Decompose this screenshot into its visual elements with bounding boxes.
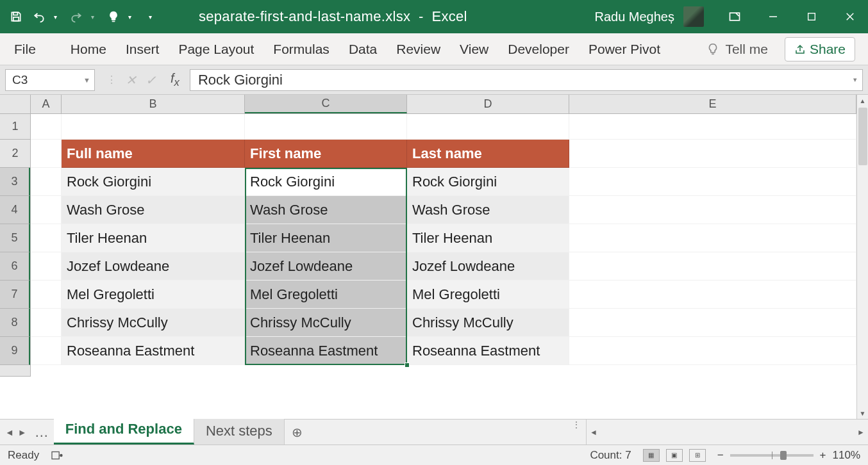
cell[interactable]: Wash Grose: [245, 196, 407, 224]
cell[interactable]: Tiler Heenan: [407, 224, 569, 252]
tab-review[interactable]: Review: [395, 38, 442, 61]
tab-home[interactable]: Home: [69, 38, 108, 61]
spreadsheet-grid[interactable]: A B C D E 1 2 3 4 5 6 7 8 9 Full name Fi…: [0, 95, 868, 419]
col-header-c[interactable]: C: [245, 95, 407, 113]
macro-record-icon[interactable]: [51, 450, 63, 461]
tab-split-handle[interactable]: ⋮: [567, 420, 586, 445]
lightbulb-icon[interactable]: [105, 8, 122, 25]
redo-icon[interactable]: [68, 8, 85, 25]
redo-dropdown-icon[interactable]: ▾: [91, 13, 99, 20]
ribbon-display-icon[interactable]: [724, 6, 745, 27]
share-button[interactable]: Share: [785, 37, 855, 61]
formula-expand-dd-icon[interactable]: ▾: [853, 76, 857, 84]
sheet-tab[interactable]: Next steps: [194, 418, 285, 445]
row-header-3[interactable]: 3: [0, 168, 30, 196]
row-header-1[interactable]: 1: [0, 114, 30, 140]
scroll-thumb[interactable]: [858, 108, 867, 165]
maximize-button[interactable]: [801, 6, 822, 27]
view-normal-icon[interactable]: ▦: [643, 449, 660, 462]
cell[interactable]: Chrissy McCully: [245, 309, 407, 337]
tab-power-pivot[interactable]: Power Pivot: [587, 38, 662, 61]
tab-nav-next-icon[interactable]: ►: [18, 427, 27, 437]
tell-me-search[interactable]: Tell me: [706, 42, 768, 57]
col-header-d[interactable]: D: [407, 95, 569, 113]
zoom-in-icon[interactable]: +: [820, 449, 826, 462]
undo-icon[interactable]: [31, 8, 47, 25]
cell[interactable]: Jozef Lowdeane: [245, 252, 407, 281]
tab-nav-prev-icon[interactable]: ◄: [5, 427, 14, 437]
view-page-break-icon[interactable]: ⊞: [689, 449, 706, 462]
scroll-right-icon[interactable]: ►: [854, 420, 868, 445]
cell[interactable]: Mel Gregoletti: [245, 281, 407, 309]
zoom-slider[interactable]: [730, 454, 814, 457]
cells-area[interactable]: Full name First name Last name Rock Gior…: [31, 114, 856, 419]
tab-file[interactable]: File: [13, 38, 37, 61]
cell[interactable]: Mel Gregoletti: [62, 281, 245, 309]
zoom-control[interactable]: − + 110%: [717, 449, 860, 462]
cell[interactable]: Wash Grose: [62, 196, 245, 224]
tab-nav-ellipsis[interactable]: …: [35, 424, 49, 441]
row-header-5[interactable]: 5: [0, 224, 30, 252]
zoom-out-icon[interactable]: −: [717, 449, 724, 462]
cell[interactable]: Roseanna Eastment: [407, 337, 569, 365]
row-header-10[interactable]: [0, 365, 30, 377]
scroll-down-icon[interactable]: ▼: [857, 407, 868, 419]
cell[interactable]: Rock Giorgini: [407, 168, 569, 196]
cell[interactable]: Roseanna Eastment: [62, 337, 245, 365]
tab-data[interactable]: Data: [347, 38, 378, 61]
minimize-button[interactable]: [763, 6, 783, 27]
cell[interactable]: Tiler Heenan: [245, 224, 407, 252]
name-box[interactable]: C3▼: [5, 69, 95, 91]
row-header-9[interactable]: 9: [0, 337, 30, 365]
cell[interactable]: Chrissy McCully: [62, 309, 245, 337]
row-header-2[interactable]: 2: [0, 140, 30, 168]
table-header[interactable]: Last name: [407, 140, 569, 168]
formula-input[interactable]: Rock Giorgini▾: [190, 69, 863, 91]
fx-icon[interactable]: fx: [171, 71, 179, 89]
close-button[interactable]: [840, 6, 860, 27]
cell[interactable]: Mel Gregoletti: [407, 281, 569, 309]
row-header-6[interactable]: 6: [0, 252, 30, 281]
new-sheet-button[interactable]: ⊕: [285, 420, 310, 445]
cell[interactable]: Wash Grose: [407, 196, 569, 224]
row-header-8[interactable]: 8: [0, 309, 30, 337]
cancel-formula-icon[interactable]: ✕: [126, 72, 137, 88]
cell-active[interactable]: Rock Giorgini: [245, 168, 407, 196]
status-bar: Ready Count: 7 ▦ ▣ ⊞ − + 110%: [0, 445, 868, 465]
cell[interactable]: Rock Giorgini: [62, 168, 245, 196]
qat-customize-icon[interactable]: ▾: [149, 13, 156, 20]
tab-view[interactable]: View: [458, 38, 490, 61]
cell[interactable]: Roseanna Eastment: [245, 337, 407, 365]
col-header-b[interactable]: B: [62, 95, 245, 113]
horizontal-scrollbar[interactable]: ◄ ►: [586, 420, 868, 445]
undo-dropdown-icon[interactable]: ▾: [54, 13, 62, 20]
chevron-down-icon[interactable]: ▼: [83, 76, 90, 84]
cell[interactable]: Tiler Heenan: [62, 224, 245, 252]
vertical-scrollbar[interactable]: ▲ ▼: [856, 95, 868, 419]
cell[interactable]: Jozef Lowdeane: [62, 252, 245, 281]
sheet-tab-active[interactable]: Find and Replace: [54, 416, 194, 445]
save-icon[interactable]: [8, 8, 24, 25]
scroll-up-icon[interactable]: ▲: [857, 95, 868, 106]
row-header-4[interactable]: 4: [0, 196, 30, 224]
col-header-a[interactable]: A: [31, 95, 62, 113]
table-header[interactable]: First name: [245, 140, 407, 168]
select-all-button[interactable]: [0, 95, 31, 113]
table-header[interactable]: Full name: [62, 140, 245, 168]
accept-formula-icon[interactable]: ✓: [146, 72, 156, 88]
lightbulb-dropdown-icon[interactable]: ▾: [128, 13, 136, 20]
cell[interactable]: Jozef Lowdeane: [407, 252, 569, 281]
user-name[interactable]: Radu Megheș: [594, 10, 674, 24]
tab-insert[interactable]: Insert: [124, 38, 161, 61]
scroll-left-icon[interactable]: ◄: [587, 420, 601, 445]
tab-formulas[interactable]: Formulas: [272, 38, 331, 61]
tab-developer[interactable]: Developer: [506, 38, 571, 61]
formula-expand-icon[interactable]: ⋮: [106, 74, 117, 86]
tab-page-layout[interactable]: Page Layout: [177, 38, 255, 61]
view-page-layout-icon[interactable]: ▣: [666, 449, 683, 462]
row-header-7[interactable]: 7: [0, 281, 30, 309]
user-avatar[interactable]: [683, 6, 704, 27]
cell[interactable]: Chrissy McCully: [407, 309, 569, 337]
zoom-level[interactable]: 110%: [833, 449, 860, 462]
col-header-e[interactable]: E: [569, 95, 856, 113]
